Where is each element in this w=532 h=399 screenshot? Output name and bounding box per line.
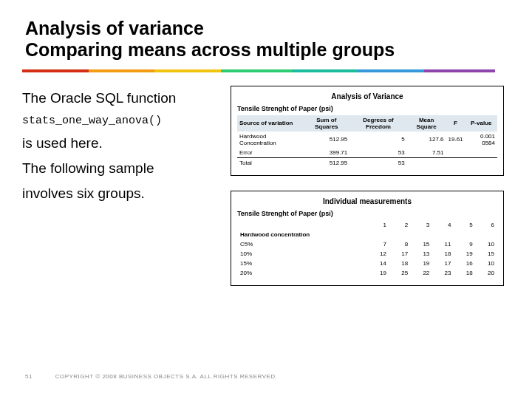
page-number: 51 xyxy=(25,373,33,380)
col-header: 6 xyxy=(476,220,497,230)
table-row: Hardwood Concentration 512.95 5 127.6 19… xyxy=(237,132,497,148)
row-header: 10% xyxy=(237,249,368,259)
col-header: Degrees of Freedom xyxy=(349,115,407,132)
cell xyxy=(466,157,497,168)
cell: 5 xyxy=(349,132,407,148)
table-row: Error 399.71 53 7.51 xyxy=(237,148,497,158)
col-header-blank xyxy=(237,220,368,230)
table-row: 10% 12 17 13 18 19 15 xyxy=(237,249,497,259)
cell: 22 xyxy=(411,268,432,278)
cell: 53 xyxy=(349,148,407,158)
cell: 11 xyxy=(432,239,454,249)
table-row: Hardwood concentration xyxy=(237,230,497,239)
col-header: F xyxy=(446,115,466,132)
cell: 17 xyxy=(432,259,454,268)
code-snippet: stats_one_way_anova() xyxy=(22,111,222,131)
right-column: Analysis of Variance Tensile Strenght of… xyxy=(231,86,504,286)
cell xyxy=(466,148,497,158)
cell xyxy=(454,230,476,239)
cell: 18 xyxy=(389,259,411,268)
cell xyxy=(389,230,411,239)
cell: 19 xyxy=(368,268,389,278)
cell xyxy=(432,230,454,239)
slide-title: Analysis of variance Comparing means acr… xyxy=(25,18,510,61)
col-header: 3 xyxy=(411,220,432,230)
content-row: The Oracle SQL function stats_one_way_an… xyxy=(22,86,510,286)
cell: 19 xyxy=(454,249,476,259)
table-header-row: 1 2 3 4 5 6 xyxy=(237,220,497,230)
cell: Hardwood Concentration xyxy=(237,132,303,148)
anova-panel: Analysis of Variance Tensile Strenght of… xyxy=(231,86,504,176)
row-header: 20% xyxy=(237,268,368,278)
cell xyxy=(368,230,389,239)
body-line: The Oracle SQL function xyxy=(22,86,222,111)
cell: 15 xyxy=(476,249,497,259)
footer: 51 COPYRIGHT © 2008 BUSINESS OBJECTS S.A… xyxy=(25,373,277,380)
cell xyxy=(446,148,466,158)
cell: 19 xyxy=(411,259,432,268)
cell: 127.6 xyxy=(407,132,446,148)
cell: 23 xyxy=(432,268,454,278)
col-header: Sum of Squares xyxy=(303,115,349,132)
col-header: P-value xyxy=(466,115,497,132)
cell xyxy=(446,157,466,168)
cell: Error xyxy=(237,148,303,158)
cell: 13 xyxy=(411,249,432,259)
copyright: COPYRIGHT © 2008 BUSINESS OBJECTS S.A. A… xyxy=(55,373,278,380)
row-header: C5% xyxy=(237,239,368,249)
cell: 17 xyxy=(389,249,411,259)
cell: 8 xyxy=(389,239,411,249)
body-line: The following sample xyxy=(22,156,222,181)
cell xyxy=(407,157,446,168)
col-header: Source of variation xyxy=(237,115,303,132)
panel-subhead: Tensile Strenght of Paper (psi) xyxy=(237,105,497,112)
cell: Total xyxy=(237,157,303,168)
cell: 0.001 0584 xyxy=(466,132,497,148)
col-header: 4 xyxy=(432,220,454,230)
cell xyxy=(411,230,432,239)
cell: 53 xyxy=(349,157,407,168)
slide: Analysis of variance Comparing means acr… xyxy=(0,0,532,399)
cell: 14 xyxy=(368,259,389,268)
cell: 18 xyxy=(432,249,454,259)
cell: 512.95 xyxy=(303,132,349,148)
body-text: The Oracle SQL function stats_one_way_an… xyxy=(22,86,222,286)
cell: 9 xyxy=(454,239,476,249)
cell xyxy=(476,230,497,239)
cell: 12 xyxy=(368,249,389,259)
cell: 512.95 xyxy=(303,157,349,168)
cell: 20 xyxy=(476,268,497,278)
panel-title: Analysis of Variance xyxy=(237,92,497,100)
col-header: 2 xyxy=(389,220,411,230)
cell: 15 xyxy=(411,239,432,249)
row-header: 15% xyxy=(237,259,368,268)
table-header-row: Source of variation Sum of Squares Degre… xyxy=(237,115,497,132)
measurements-table: 1 2 3 4 5 6 Hardwood concentration xyxy=(237,220,497,278)
panel-title: Individual measurements xyxy=(237,197,497,205)
cell: 399.71 xyxy=(303,148,349,158)
cell: 18 xyxy=(454,268,476,278)
cell: 10 xyxy=(476,259,497,268)
divider-rainbow xyxy=(22,69,495,72)
title-line-2: Comparing means across multiple groups xyxy=(25,39,395,60)
cell: 10 xyxy=(476,239,497,249)
measurements-panel: Individual measurements Tensile Strenght… xyxy=(231,191,504,286)
table-row: 15% 14 18 19 17 16 10 xyxy=(237,259,497,268)
anova-table: Source of variation Sum of Squares Degre… xyxy=(237,115,497,168)
col-header: Mean Square xyxy=(407,115,446,132)
table-row-total: Total 512.95 53 xyxy=(237,157,497,168)
cell: 19.61 xyxy=(446,132,466,148)
body-line: involves six groups. xyxy=(22,181,222,206)
cell: 25 xyxy=(389,268,411,278)
col-header: 5 xyxy=(454,220,476,230)
cell: 7 xyxy=(368,239,389,249)
cell: 7.51 xyxy=(407,148,446,158)
table-row: C5% 7 8 15 11 9 10 xyxy=(237,239,497,249)
col-header: 1 xyxy=(368,220,389,230)
body-line: is used here. xyxy=(22,131,222,156)
row-header: Hardwood concentration xyxy=(237,230,368,239)
cell: 16 xyxy=(454,259,476,268)
title-line-1: Analysis of variance xyxy=(25,18,204,38)
panel-subhead: Tensile Strenght of Paper (psi) xyxy=(237,210,497,217)
table-row: 20% 19 25 22 23 18 20 xyxy=(237,268,497,278)
